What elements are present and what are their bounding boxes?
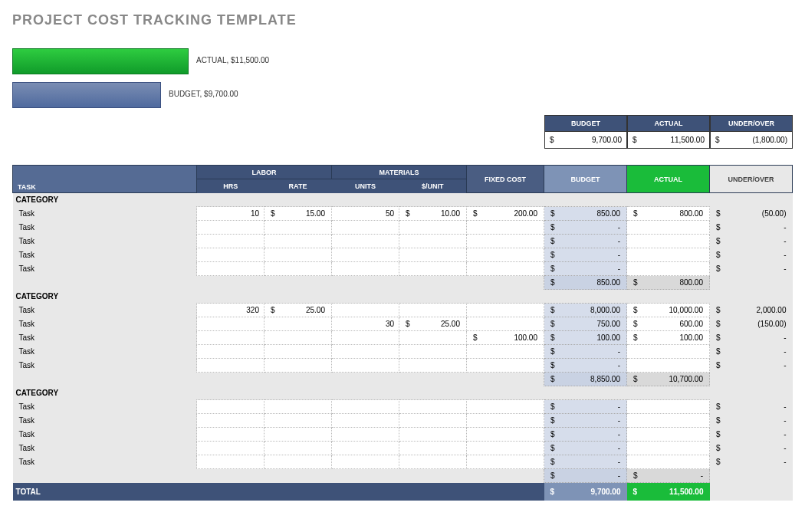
rate-cell[interactable] [264,400,332,414]
units-cell[interactable]: 50 [332,207,399,221]
fixed-cell[interactable] [467,359,544,373]
units-cell[interactable] [332,331,399,345]
actual-cell[interactable]: $100.00 [627,331,710,345]
units-cell[interactable] [332,359,399,373]
task-name[interactable]: Task [13,262,197,276]
task-name[interactable]: Task [13,331,197,345]
task-name[interactable]: Task [13,400,197,414]
hrs-cell[interactable] [197,317,264,331]
hrs-cell[interactable] [197,221,264,235]
rate-cell[interactable] [264,359,332,373]
fixed-cell[interactable] [467,442,544,455]
actual-cell[interactable] [627,455,710,469]
actual-cell[interactable]: $600.00 [627,317,710,331]
rate-cell[interactable]: $15.00 [264,207,332,221]
actual-cell[interactable] [627,442,710,455]
units-cell[interactable] [332,235,399,248]
fixed-cell[interactable] [467,262,544,276]
rate-cell[interactable] [264,442,332,455]
per-unit-cell[interactable] [399,428,467,442]
units-cell[interactable] [332,221,399,235]
task-name[interactable]: Task [13,345,197,359]
task-name[interactable]: Task [13,428,197,442]
hrs-cell[interactable] [197,262,264,276]
hrs-cell[interactable] [197,400,264,414]
actual-cell[interactable] [627,235,710,248]
per-unit-cell[interactable] [399,359,467,373]
rate-cell[interactable] [264,221,332,235]
per-unit-cell[interactable] [399,221,467,235]
units-cell[interactable] [332,248,399,262]
units-cell[interactable] [332,345,399,359]
actual-cell[interactable]: $800.00 [627,207,710,221]
units-cell[interactable] [332,400,399,414]
per-unit-cell[interactable] [399,235,467,248]
actual-cell[interactable] [627,414,710,428]
rate-cell[interactable] [264,455,332,469]
per-unit-cell[interactable] [399,400,467,414]
fixed-cell[interactable] [467,400,544,414]
hrs-cell[interactable] [197,442,264,455]
per-unit-cell[interactable] [399,442,467,455]
per-unit-cell[interactable] [399,304,467,317]
hrs-cell[interactable] [197,455,264,469]
units-cell[interactable] [332,414,399,428]
task-name[interactable]: Task [13,317,197,331]
rate-cell[interactable] [264,248,332,262]
task-name[interactable]: Task [13,414,197,428]
per-unit-cell[interactable] [399,248,467,262]
hrs-cell[interactable] [197,359,264,373]
rate-cell[interactable]: $25.00 [264,304,332,317]
hrs-cell[interactable] [197,345,264,359]
fixed-cell[interactable] [467,248,544,262]
per-unit-cell[interactable]: $25.00 [399,317,467,331]
task-name[interactable]: Task [13,455,197,469]
hrs-cell[interactable] [197,331,264,345]
rate-cell[interactable] [264,262,332,276]
units-cell[interactable] [332,442,399,455]
per-unit-cell[interactable] [399,414,467,428]
units-cell[interactable] [332,262,399,276]
task-name[interactable]: Task [13,248,197,262]
units-cell[interactable] [332,455,399,469]
rate-cell[interactable] [264,331,332,345]
fixed-cell[interactable] [467,414,544,428]
units-cell[interactable] [332,304,399,317]
actual-cell[interactable] [627,262,710,276]
actual-cell[interactable] [627,248,710,262]
per-unit-cell[interactable] [399,345,467,359]
hrs-cell[interactable] [197,428,264,442]
fixed-cell[interactable] [467,235,544,248]
rate-cell[interactable] [264,345,332,359]
actual-cell[interactable] [627,428,710,442]
hrs-cell[interactable] [197,414,264,428]
fixed-cell[interactable] [467,221,544,235]
per-unit-cell[interactable]: $10.00 [399,207,467,221]
fixed-cell[interactable] [467,345,544,359]
hrs-cell[interactable]: 10 [197,207,264,221]
task-name[interactable]: Task [13,207,197,221]
hrs-cell[interactable] [197,248,264,262]
task-name[interactable]: Task [13,235,197,248]
rate-cell[interactable] [264,414,332,428]
per-unit-cell[interactable] [399,331,467,345]
per-unit-cell[interactable] [399,262,467,276]
fixed-cell[interactable]: $100.00 [467,331,544,345]
task-name[interactable]: Task [13,221,197,235]
task-name[interactable]: Task [13,304,197,317]
units-cell[interactable] [332,428,399,442]
rate-cell[interactable] [264,428,332,442]
actual-cell[interactable] [627,221,710,235]
task-name[interactable]: Task [13,359,197,373]
fixed-cell[interactable] [467,428,544,442]
per-unit-cell[interactable] [399,455,467,469]
units-cell[interactable]: 30 [332,317,399,331]
fixed-cell[interactable] [467,455,544,469]
fixed-cell[interactable]: $200.00 [467,207,544,221]
task-name[interactable]: Task [13,442,197,455]
actual-cell[interactable] [627,345,710,359]
actual-cell[interactable] [627,400,710,414]
actual-cell[interactable]: $10,000.00 [627,304,710,317]
rate-cell[interactable] [264,317,332,331]
rate-cell[interactable] [264,235,332,248]
